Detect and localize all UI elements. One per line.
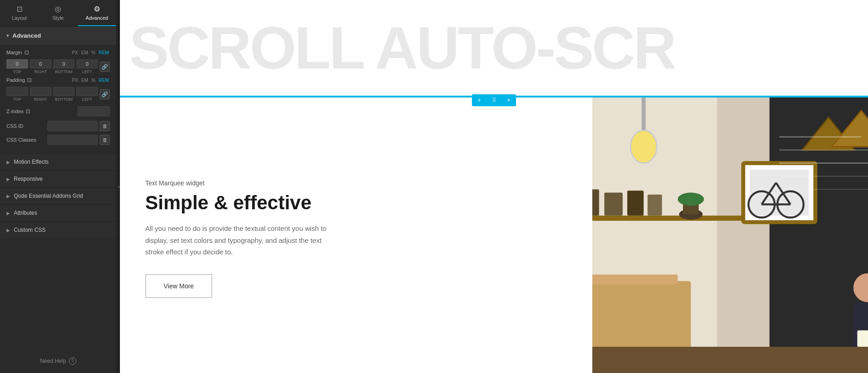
- qode-section[interactable]: ▶ Qode Essential Addons Grid: [0, 187, 116, 204]
- margin-monitor-icon: ⊡: [24, 49, 29, 56]
- marquee-area: SCROLL AUTO-SCR: [120, 0, 868, 97]
- margin-bottom-label: BOTTOM: [55, 69, 73, 74]
- motion-effects-arrow-icon: ▶: [6, 160, 10, 165]
- layout-icon: ⊡: [17, 5, 23, 13]
- custom-css-section[interactable]: ▶ Custom CSS: [0, 221, 116, 238]
- zindex-input[interactable]: [78, 106, 110, 116]
- content-left: Text Marquee widget Simple & effective A…: [120, 98, 592, 373]
- margin-right-label: RIGHT: [34, 69, 47, 74]
- responsive-label: Responsive: [14, 176, 43, 182]
- style-icon: ◎: [55, 5, 61, 13]
- advanced-section-content: Margin ⊡ PX EM % REM 0 TOP 0 RIGHT 0 BOT…: [0, 45, 116, 153]
- padding-label: Padding ⊡: [6, 77, 71, 83]
- marquee-text: SCROLL AUTO-SCR: [120, 18, 675, 78]
- responsive-section[interactable]: ▶ Responsive: [0, 170, 116, 187]
- widget-controls: + ⠿ ×: [472, 94, 516, 106]
- padding-top-label: TOP: [13, 97, 21, 102]
- main-description: All you need to do is provide the textua…: [145, 223, 338, 258]
- padding-row: Padding ⊡ PX EM % REM: [6, 77, 110, 83]
- need-help[interactable]: Need Help ?: [0, 349, 116, 373]
- margin-link-button[interactable]: 🔗: [100, 62, 110, 72]
- margin-unit-pct[interactable]: %: [91, 50, 96, 56]
- advanced-icon: ⚙: [94, 5, 100, 13]
- advanced-section-title: Advanced: [12, 32, 41, 39]
- padding-left-label: LEFT: [82, 97, 92, 102]
- padding-unit-rem[interactable]: REM: [98, 77, 110, 83]
- tab-style-label: Style: [52, 15, 63, 21]
- left-panel: ⊡ Layout ◎ Style ⚙ Advanced ▾ Advanced M…: [0, 0, 116, 373]
- plus-icon: +: [477, 97, 481, 103]
- cssid-row: CSS ID 🗑: [6, 121, 110, 131]
- zindex-label: Z-Index ⊡: [6, 108, 78, 115]
- padding-inputs: TOP RIGHT BOTTOM LEFT 🔗: [6, 87, 110, 102]
- margin-unit-rem[interactable]: REM: [98, 50, 110, 56]
- padding-unit-pct[interactable]: %: [91, 77, 96, 83]
- padding-right-label: RIGHT: [34, 97, 47, 102]
- widget-close-button[interactable]: ×: [501, 94, 516, 106]
- content-right-image: [592, 98, 868, 373]
- margin-unit-px[interactable]: PX: [71, 50, 79, 56]
- padding-bottom-input[interactable]: [53, 87, 75, 96]
- margin-top-input[interactable]: 0: [6, 59, 28, 69]
- svg-point-10: [678, 193, 704, 206]
- margin-left-input[interactable]: 0: [76, 59, 98, 69]
- attributes-section[interactable]: ▶ Attributes: [0, 204, 116, 221]
- need-help-label: Need Help: [40, 358, 66, 364]
- padding-unit-em[interactable]: EM: [80, 77, 89, 83]
- margin-top-input-box: 0 TOP: [6, 59, 28, 74]
- cssclasses-input[interactable]: [47, 135, 98, 145]
- padding-unit-px[interactable]: PX: [71, 77, 79, 83]
- main-heading: Simple & effective: [145, 192, 567, 213]
- top-tabs: ⊡ Layout ◎ Style ⚙ Advanced: [0, 0, 116, 27]
- cssid-trash-button[interactable]: 🗑: [100, 121, 110, 131]
- margin-left-input-box: 0 LEFT: [76, 59, 98, 74]
- zindex-row: Z-Index ⊡: [6, 106, 110, 116]
- padding-top-input-box: TOP: [6, 87, 28, 102]
- padding-unit-group: PX EM % REM: [71, 77, 110, 83]
- margin-unit-em[interactable]: EM: [80, 50, 89, 56]
- widget-move-button[interactable]: ⠿: [487, 94, 501, 106]
- custom-css-arrow-icon: ▶: [6, 228, 10, 233]
- padding-left-input-box: LEFT: [76, 87, 98, 102]
- widget-label: Text Marquee widget: [145, 179, 567, 187]
- svg-rect-3: [592, 216, 756, 221]
- padding-link-button[interactable]: 🔗: [100, 89, 110, 99]
- padding-right-input[interactable]: [30, 87, 51, 96]
- view-more-button[interactable]: View More: [145, 274, 212, 298]
- cssid-label: CSS ID: [6, 123, 47, 129]
- custom-css-label: Custom CSS: [14, 227, 45, 233]
- margin-right-input-box: 0 RIGHT: [30, 59, 51, 74]
- margin-bottom-input[interactable]: 0: [53, 59, 75, 69]
- close-icon: ×: [507, 97, 510, 103]
- margin-label: Margin ⊡: [6, 49, 71, 56]
- widget-add-button[interactable]: +: [472, 94, 487, 106]
- svg-point-19: [630, 130, 657, 163]
- cssid-input[interactable]: [47, 121, 98, 131]
- cssid-input-wrap: 🗑: [47, 121, 110, 131]
- zindex-monitor-icon: ⊡: [26, 108, 30, 115]
- tab-advanced[interactable]: ⚙ Advanced: [78, 0, 116, 26]
- panel-collapse-handle[interactable]: ◂: [116, 0, 120, 373]
- margin-right-input[interactable]: 0: [30, 59, 51, 69]
- padding-top-input[interactable]: [6, 87, 28, 96]
- margin-bottom-input-box: 0 BOTTOM: [53, 59, 75, 74]
- margin-unit-group: PX EM % REM: [71, 50, 110, 56]
- motion-effects-label: Motion Effects: [14, 159, 49, 165]
- tab-style[interactable]: ◎ Style: [39, 0, 77, 26]
- margin-inputs: 0 TOP 0 RIGHT 0 BOTTOM 0 LEFT 🔗: [6, 59, 110, 74]
- main-area: SCROLL AUTO-SCR + ⠿ × Text Marquee widge…: [120, 0, 868, 373]
- motion-effects-section[interactable]: ▶ Motion Effects: [0, 153, 116, 170]
- advanced-section-header[interactable]: ▾ Advanced: [0, 27, 116, 45]
- tab-layout[interactable]: ⊡ Layout: [0, 0, 39, 26]
- help-icon: ?: [69, 357, 76, 365]
- cssclasses-row: CSS Classes 🗑: [6, 135, 110, 145]
- advanced-arrow-icon: ▾: [6, 33, 9, 38]
- padding-bottom-label: BOTTOM: [55, 97, 73, 102]
- content-section: Text Marquee widget Simple & effective A…: [120, 97, 868, 373]
- svg-rect-7: [647, 195, 662, 216]
- padding-left-input[interactable]: [76, 87, 98, 96]
- responsive-arrow-icon: ▶: [6, 177, 10, 182]
- attributes-label: Attributes: [14, 210, 37, 216]
- margin-left-label: LEFT: [82, 69, 92, 74]
- cssclasses-trash-button[interactable]: 🗑: [100, 135, 110, 145]
